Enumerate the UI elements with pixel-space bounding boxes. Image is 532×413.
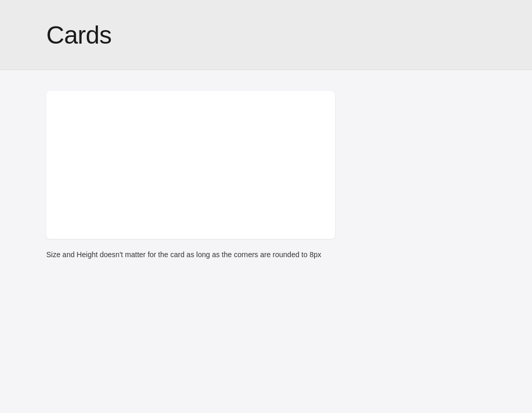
page-header: Cards bbox=[0, 0, 532, 70]
card-container bbox=[46, 91, 486, 239]
card-description: Size and Height doesn't matter for the c… bbox=[46, 249, 486, 260]
page-title: Cards bbox=[46, 21, 112, 49]
main-content: Size and Height doesn't matter for the c… bbox=[0, 70, 532, 413]
card bbox=[46, 91, 335, 239]
